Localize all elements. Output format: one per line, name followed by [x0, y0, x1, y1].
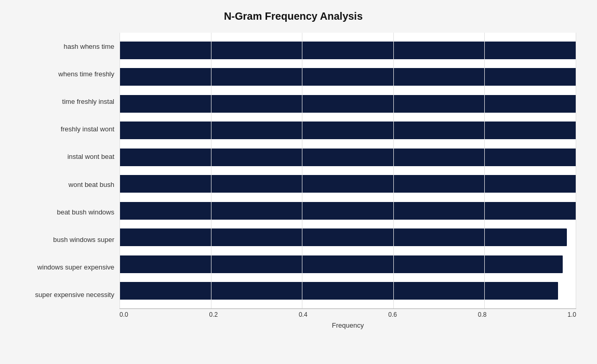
x-axis-label: Frequency [120, 321, 576, 329]
y-label-9: super expensive necessity [35, 281, 114, 308]
y-label-0: hash whens time [63, 33, 114, 60]
bar-6 [120, 202, 576, 220]
x-tick-2: 0.4 [299, 311, 308, 318]
y-label-1: whens time freshly [58, 61, 114, 88]
bar-3 [120, 122, 576, 139]
bar-row-6 [120, 197, 576, 224]
y-label-6: beat bush windows [57, 198, 114, 225]
x-tick-4: 0.8 [478, 311, 487, 318]
bar-row-2 [120, 90, 576, 117]
y-label-4: instal wont beat [68, 143, 114, 170]
y-label-2: time freshly instal [62, 88, 114, 115]
bar-row-0 [120, 37, 576, 64]
y-label-5: wont beat bush [69, 171, 114, 198]
y-label-7: bush windows super [53, 226, 114, 253]
bar-7 [120, 228, 567, 246]
bar-4 [120, 149, 576, 166]
bar-row-9 [120, 278, 576, 305]
bar-row-5 [120, 171, 576, 198]
bar-5 [120, 175, 576, 193]
x-tick-3: 0.6 [388, 311, 397, 318]
x-tick-1: 0.2 [209, 311, 218, 318]
x-axis: 0.0 0.2 0.4 0.6 0.8 1.0 Frequency [120, 308, 576, 329]
bar-9 [120, 282, 558, 300]
chart-title: N-Gram Frequency Analysis [10, 10, 576, 22]
bar-8 [120, 255, 563, 273]
x-tick-0: 0.0 [120, 311, 128, 318]
bar-0 [120, 42, 576, 59]
bar-row-4 [120, 144, 576, 171]
bar-row-7 [120, 224, 576, 251]
bar-1 [120, 68, 576, 86]
bar-row-8 [120, 251, 576, 278]
bar-2 [120, 95, 576, 113]
y-label-3: freshly instal wont [61, 116, 114, 143]
chart-container: N-Gram Frequency Analysis hash whens tim… [0, 0, 597, 364]
bar-row-3 [120, 117, 576, 144]
bars-area [120, 33, 576, 308]
y-label-8: windows super expensive [37, 253, 114, 280]
x-tick-5: 1.0 [567, 311, 576, 318]
y-axis: hash whens timewhens time freshlytime fr… [10, 33, 120, 308]
bar-row-1 [120, 64, 576, 91]
